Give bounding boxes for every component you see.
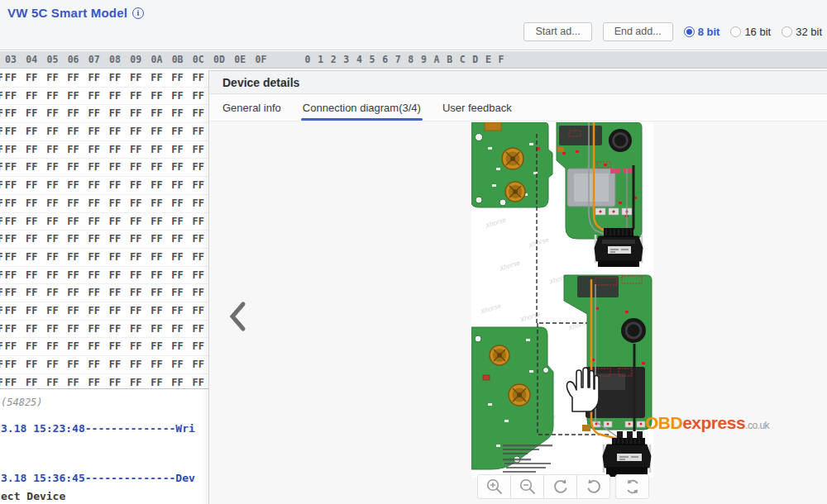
- hex-cell[interactable]: FF: [188, 305, 209, 316]
- hex-cell[interactable]: FF: [63, 72, 84, 83]
- connection-diagram-image[interactable]: XhorseXhorseXhorseXhorseXhorseXhorseXhor…: [471, 122, 653, 478]
- hex-cell[interactable]: FF: [167, 340, 189, 352]
- hex-cell[interactable]: FF: [21, 161, 42, 173]
- hex-cell[interactable]: FF: [125, 179, 146, 191]
- hex-cell[interactable]: FF: [0, 340, 22, 352]
- hex-cell[interactable]: FF: [63, 359, 84, 370]
- hex-cell[interactable]: FF: [104, 233, 126, 245]
- zoom-out-button[interactable]: [510, 474, 544, 499]
- hex-cell[interactable]: FF: [0, 233, 22, 245]
- hex-cell[interactable]: FF: [125, 72, 146, 83]
- tab-connection-diagram-3-4[interactable]: Connection diagram(3/4): [303, 94, 421, 121]
- hex-cell[interactable]: FF: [188, 269, 209, 281]
- hex-cell[interactable]: FF: [167, 107, 189, 119]
- hex-cell[interactable]: FF: [146, 161, 167, 173]
- log-panel[interactable]: (54825) 3.18 15:23:48--------------Wri3.…: [0, 388, 209, 504]
- hex-cell[interactable]: FF: [63, 377, 84, 388]
- hex-cell[interactable]: FF: [125, 305, 146, 316]
- hex-cell[interactable]: FF: [63, 197, 84, 209]
- hex-cell[interactable]: FF: [21, 359, 42, 370]
- hex-cell[interactable]: FF: [21, 233, 42, 245]
- hex-cell[interactable]: FF: [104, 377, 126, 388]
- hex-cell[interactable]: FF: [21, 126, 42, 137]
- hex-cell[interactable]: FF: [84, 233, 105, 245]
- hex-cell[interactable]: FF: [0, 269, 22, 281]
- hex-cell[interactable]: FF: [0, 197, 22, 209]
- hex-cell[interactable]: FF: [0, 72, 22, 83]
- hex-cell[interactable]: FF: [41, 197, 63, 209]
- hex-cell[interactable]: FF: [167, 359, 189, 370]
- hex-cell[interactable]: FF: [146, 233, 167, 245]
- hex-cell[interactable]: FF: [104, 90, 126, 102]
- hex-cell[interactable]: FF: [21, 107, 42, 119]
- hex-cell[interactable]: FF: [167, 251, 189, 263]
- hex-cell[interactable]: FF: [41, 179, 63, 191]
- hex-cell[interactable]: FF: [41, 287, 63, 298]
- hex-cell[interactable]: FF: [188, 179, 209, 191]
- hex-cell[interactable]: FF: [125, 107, 146, 119]
- hex-cell[interactable]: FF: [41, 233, 63, 245]
- hex-cell[interactable]: FF: [0, 179, 22, 191]
- hex-cell[interactable]: FF: [84, 126, 105, 137]
- rotate-counterclockwise-button[interactable]: [576, 474, 610, 499]
- hex-cell[interactable]: FF: [84, 72, 105, 83]
- hex-cell[interactable]: FF: [104, 72, 126, 83]
- hex-cell[interactable]: FF: [84, 197, 105, 209]
- reset-view-button[interactable]: [615, 474, 649, 499]
- hex-cell[interactable]: FF: [21, 179, 42, 191]
- hex-cell[interactable]: FF: [0, 305, 22, 316]
- hex-cell[interactable]: FF: [84, 161, 105, 173]
- hex-cell[interactable]: FF: [41, 161, 63, 173]
- hex-cell[interactable]: FF: [167, 161, 189, 173]
- hex-cell[interactable]: FF: [84, 216, 105, 227]
- hex-cell[interactable]: FF: [188, 107, 209, 119]
- hex-cell[interactable]: FF: [84, 179, 105, 191]
- hex-cell[interactable]: FF: [125, 269, 146, 281]
- start-address-button[interactable]: Start ad...: [523, 22, 591, 41]
- hex-cell[interactable]: FF: [63, 107, 84, 119]
- hex-cell[interactable]: FF: [146, 251, 167, 263]
- hex-cell[interactable]: FF: [104, 216, 126, 227]
- hex-cell[interactable]: FF: [104, 340, 126, 352]
- hex-cell[interactable]: FF: [104, 161, 126, 173]
- hex-cell[interactable]: FF: [104, 305, 126, 316]
- hex-cell[interactable]: FF: [146, 179, 167, 191]
- hex-cell[interactable]: FF: [125, 144, 146, 155]
- hex-cell[interactable]: FF: [167, 72, 189, 83]
- hex-cell[interactable]: FF: [125, 287, 146, 298]
- hex-cell[interactable]: FF: [104, 144, 126, 155]
- hex-cell[interactable]: FF: [21, 72, 42, 83]
- hex-cell[interactable]: FF: [63, 90, 84, 102]
- hex-cell[interactable]: FF: [125, 323, 146, 335]
- hex-cell[interactable]: FF: [63, 179, 84, 191]
- hex-cell[interactable]: FF: [84, 144, 105, 155]
- hex-cell[interactable]: FF: [84, 340, 105, 352]
- hex-cell[interactable]: FF: [84, 287, 105, 298]
- hex-cell[interactable]: FF: [0, 377, 22, 388]
- hex-cell[interactable]: FF: [188, 377, 209, 388]
- hex-cell[interactable]: FF: [188, 72, 209, 83]
- hex-cell[interactable]: FF: [41, 144, 63, 155]
- hex-cell[interactable]: FF: [104, 323, 126, 335]
- hex-cell[interactable]: FF: [146, 323, 167, 335]
- hex-cell[interactable]: FF: [41, 305, 63, 316]
- hex-cell[interactable]: FF: [21, 251, 42, 263]
- hex-cell[interactable]: FF: [63, 287, 84, 298]
- hex-cell[interactable]: FF: [21, 323, 42, 335]
- hex-cell[interactable]: FF: [188, 340, 209, 352]
- hex-cell[interactable]: FF: [41, 72, 63, 83]
- hex-cell[interactable]: FF: [146, 340, 167, 352]
- bit-mode-8-bit[interactable]: 8 bit: [684, 26, 720, 38]
- hex-cell[interactable]: FF: [41, 340, 63, 352]
- hex-cell[interactable]: FF: [0, 90, 22, 102]
- hex-cell[interactable]: FF: [167, 377, 189, 388]
- hex-cell[interactable]: FF: [21, 377, 42, 388]
- hex-cell[interactable]: FF: [104, 126, 126, 137]
- hex-cell[interactable]: FF: [125, 216, 146, 227]
- hex-cell[interactable]: FF: [21, 216, 42, 227]
- hex-cell[interactable]: FF: [63, 233, 84, 245]
- hex-cell[interactable]: FF: [63, 269, 84, 281]
- hex-cell[interactable]: FF: [188, 197, 209, 209]
- hex-cell[interactable]: FF: [63, 340, 84, 352]
- hex-cell[interactable]: FF: [41, 126, 63, 137]
